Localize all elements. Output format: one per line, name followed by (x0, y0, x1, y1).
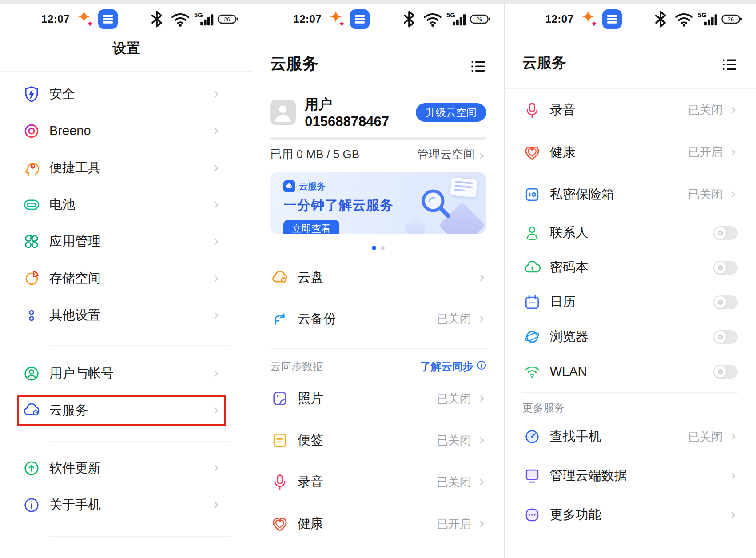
item-label: 软件更新 (49, 459, 212, 477)
status-bar: 12:075G26 (252, 4, 504, 29)
upgrade-cloud-space-button[interactable]: 升级云空间 (416, 103, 486, 122)
signal-icon: 5G (698, 9, 717, 29)
cloud-logo-icon (283, 180, 295, 192)
manage-cloud-space-link[interactable]: 管理云空间 (417, 147, 486, 162)
recorder-icon (522, 100, 542, 120)
software-update-icon (22, 458, 41, 478)
sync-section-label: 云同步数据 (270, 359, 420, 374)
other-settings-icon (22, 306, 41, 325)
user-account-icon (22, 364, 41, 383)
list-menu-icon[interactable] (470, 60, 486, 74)
chevron-right-icon (212, 200, 221, 209)
list-item-私密保险箱[interactable]: 私密保险箱已关闭 (252, 545, 504, 558)
battery-icon: 26 (470, 14, 491, 24)
cloud-intro-banner[interactable]: 云服务 一分钟了解云服务 立即查看 (270, 172, 486, 234)
list-item-Breeno[interactable]: Breeno (0, 112, 252, 149)
list-item-浏览器[interactable]: 浏览器 (505, 319, 756, 354)
about-phone-icon (22, 495, 41, 515)
item-label: 日历 (550, 293, 713, 311)
item-label: 更多功能 (550, 506, 729, 524)
item-label: 浏览器 (550, 328, 713, 346)
sparkle-icon (75, 9, 95, 29)
item-status: 已关闭 (437, 433, 471, 448)
item-label: 云盘 (298, 269, 477, 287)
sync-data-list: 照片已关闭便签已关闭录音已关闭健康已开启私密保险箱已关闭 (252, 378, 504, 558)
battery-icon: 26 (218, 14, 239, 24)
svg-text:5G: 5G (698, 12, 707, 19)
app-badge-icon (98, 9, 118, 29)
list-item-录音[interactable]: 录音已关闭 (252, 461, 504, 503)
account-row[interactable]: 用户01568878467 升级云空间 (270, 99, 486, 126)
item-status: 已关闭 (688, 187, 723, 202)
list-item-关于手机[interactable]: 关于手机 (0, 486, 252, 523)
cloud-backup-icon (270, 309, 290, 329)
item-label: 管理云端数据 (550, 467, 729, 485)
list-item-存储空间[interactable]: 存储空间 (0, 260, 252, 297)
notes-icon (270, 430, 290, 450)
list-item-照片[interactable]: 照片已关闭 (252, 378, 504, 419)
learn-cloud-sync-link[interactable]: 了解云同步 (420, 359, 486, 374)
浏览器-toggle[interactable] (713, 330, 738, 344)
密码本-toggle[interactable] (713, 261, 738, 275)
sync-status-list: 录音已关闭健康已开启私密保险箱已关闭 (505, 89, 756, 215)
list-item-用户与帐号[interactable]: 用户与帐号 (0, 355, 252, 392)
list-item-健康[interactable]: 健康已开启 (252, 503, 504, 545)
page-title: 云服务 (522, 53, 566, 73)
item-status: 已关闭 (437, 311, 471, 327)
list-item-电池[interactable]: 电池 (0, 186, 252, 223)
list-item-录音[interactable]: 录音已关闭 (505, 89, 756, 131)
list-item-查找手机[interactable]: 查找手机已关闭 (505, 417, 756, 456)
app-management-icon (22, 232, 41, 251)
WLAN-toggle[interactable] (713, 365, 738, 379)
list-item-其他设置[interactable]: 其他设置 (0, 297, 252, 334)
list-item-软件更新[interactable]: 软件更新 (0, 450, 252, 486)
list-item-云服务[interactable]: 云服务 (0, 392, 252, 429)
chevron-right-icon (477, 394, 486, 403)
list-item-健康[interactable]: 健康已开启 (505, 131, 756, 173)
联系人-toggle[interactable] (713, 226, 738, 240)
svg-text:26: 26 (476, 16, 482, 23)
view-now-button[interactable]: 立即查看 (283, 220, 339, 234)
item-label: WLAN (550, 364, 713, 379)
divider (522, 392, 738, 393)
list-item-云备份[interactable]: 云备份已关闭 (252, 298, 504, 339)
list-item-管理云端数据[interactable]: 管理云端数据 (505, 456, 756, 495)
list-item-云盘[interactable]: 云盘 (252, 257, 504, 298)
list-item-密码本[interactable]: 密码本 (505, 250, 756, 285)
chevron-right-icon (212, 127, 221, 136)
list-item-应用管理[interactable]: 应用管理 (0, 223, 252, 260)
calendar-icon (522, 292, 542, 312)
account-name: 用户01568878467 (305, 95, 415, 130)
list-item-私密保险箱[interactable]: 私密保险箱已关闭 (505, 173, 756, 215)
chevron-right-icon (212, 501, 221, 510)
breeno-icon (22, 121, 41, 141)
status-bar: 12:075G26 (505, 4, 756, 29)
svg-text:26: 26 (224, 16, 230, 23)
status-bar: 12:075G26 (0, 4, 252, 29)
banner-logo-label: 云服务 (299, 180, 326, 192)
cloud-sync-panel: 12:075G26 云服务 录音已关闭健康已开启私密保险箱已关闭 联系人密码本日… (504, 4, 756, 558)
clock: 12:07 (41, 13, 70, 25)
more-services-list: 查找手机已关闭管理云端数据更多功能 (505, 417, 756, 534)
bluetooth-icon (399, 9, 419, 29)
日历-toggle[interactable] (713, 295, 738, 309)
item-label: 云备份 (298, 310, 436, 328)
item-label: Breeno (49, 124, 212, 138)
list-item-WLAN[interactable]: WLAN (505, 354, 756, 389)
storage-used-text: 已用 0 MB / 5 GB (270, 147, 417, 162)
svg-text:26: 26 (728, 16, 734, 23)
list-item-安全[interactable]: 安全 (0, 76, 252, 112)
list-item-联系人[interactable]: 联系人 (505, 215, 756, 250)
list-menu-icon[interactable] (722, 58, 738, 72)
carousel-dot (372, 246, 376, 250)
settings-panel: 12:075G26 设置 安全Breeno便捷工具电池应用管理存储空间其他设置用… (0, 4, 252, 558)
list-item-更多功能[interactable]: 更多功能 (505, 495, 756, 534)
list-item-便捷工具[interactable]: 便捷工具 (0, 149, 252, 186)
list-item-便签[interactable]: 便签已关闭 (252, 419, 504, 461)
item-label: 关于手机 (49, 496, 212, 514)
private-safe-icon (270, 556, 290, 558)
chevron-right-icon (212, 406, 221, 415)
wifi-icon (171, 9, 190, 29)
list-item-日历[interactable]: 日历 (505, 285, 756, 319)
screen: 12:075G26 设置 安全Breeno便捷工具电池应用管理存储空间其他设置用… (0, 0, 756, 558)
